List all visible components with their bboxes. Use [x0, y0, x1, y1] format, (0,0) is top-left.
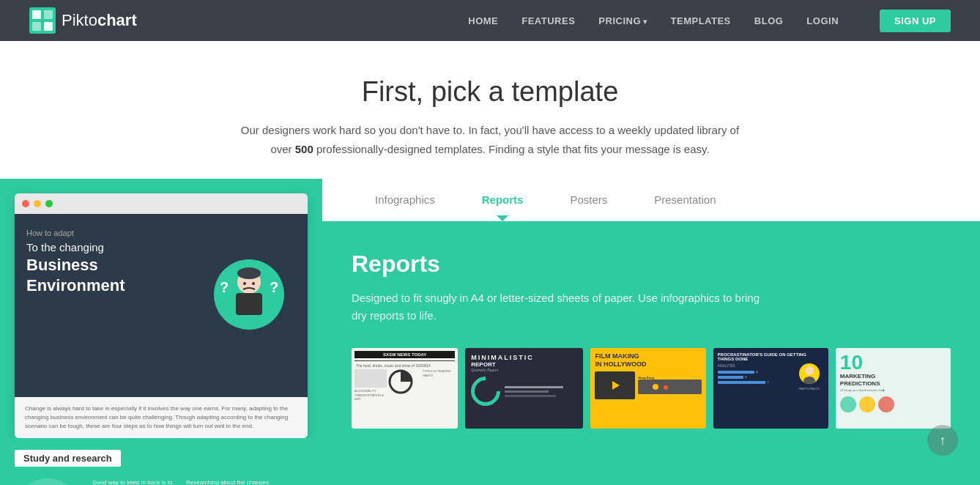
svg-rect-1: [32, 10, 41, 19]
template-filmmaking[interactable]: FILM MAKINGIN HOLLYWOOD Hong Kong: [590, 348, 705, 429]
nav-features[interactable]: FEATURES: [521, 15, 575, 26]
navigation: Piktochart HOME FEATURES PRICING▾ TEMPLA…: [0, 0, 980, 41]
logo-icon: [29, 7, 56, 34]
template-newspaper[interactable]: SXSW NEWS TODAY The food, drinks, music …: [352, 348, 458, 429]
reports-title: Reports: [352, 251, 951, 278]
main-container: How to adapt To the changing Business En…: [0, 179, 980, 485]
template-analysis[interactable]: PROCRASTINATOR'S GUIDE ON GETTING THINGS…: [713, 348, 828, 429]
minimize-dot: [34, 200, 41, 207]
tab-reports[interactable]: Reports: [459, 179, 547, 221]
nav-login[interactable]: LOGIN: [806, 15, 839, 26]
pricing-arrow-icon: ▾: [643, 18, 647, 26]
nav-blog[interactable]: BLOG: [754, 15, 784, 26]
svg-point-20: [803, 377, 815, 384]
tab-infographics[interactable]: Infographics: [352, 179, 459, 221]
svg-rect-2: [44, 10, 53, 19]
svg-point-19: [805, 366, 814, 375]
reports-description: Designed to fit snugly in A4 or letter-s…: [352, 289, 762, 325]
svg-rect-8: [236, 293, 262, 315]
hero-description: Our designers work hard so you don't hav…: [234, 121, 746, 158]
svg-point-7: [237, 267, 261, 279]
nav-pricing[interactable]: PRICING▾: [598, 15, 647, 26]
svg-point-11: [243, 282, 246, 285]
template-minimalistic[interactable]: MINIMALISTIC REPORT Quarterly Report: [465, 348, 583, 429]
svg-text:?: ?: [220, 279, 229, 295]
nav-links: HOME FEATURES PRICING▾ TEMPLATES BLOG LO…: [468, 14, 951, 27]
hero-section: First, pick a template Our designers wor…: [0, 41, 980, 179]
svg-marker-18: [612, 381, 620, 390]
logo-text: Piktochart: [62, 11, 137, 30]
newspaper-header: SXSW NEWS TODAY: [354, 351, 455, 358]
template-marketing[interactable]: 10 MARKETINGPREDICTIONS 10 things you sh…: [836, 348, 951, 429]
browser-window: How to adapt To the changing Business En…: [15, 193, 308, 438]
close-dot: [22, 200, 29, 207]
svg-text:?: ?: [270, 279, 278, 295]
templates-row: SXSW NEWS TODAY The food, drinks, music …: [352, 348, 951, 429]
study-grid: Good way to keep in track is to study ab…: [15, 478, 308, 485]
infographic-figure: ? ?: [190, 214, 308, 397]
signup-button[interactable]: SIGN UP: [880, 10, 951, 32]
infographic-body-text: Change is always hard to take in especia…: [15, 397, 308, 438]
browser-bar: [15, 193, 308, 214]
svg-point-12: [252, 282, 255, 285]
infographic-preview: How to adapt To the changing Business En…: [15, 214, 308, 397]
nav-home[interactable]: HOME: [468, 15, 498, 26]
maximize-dot: [45, 200, 53, 207]
logo[interactable]: Piktochart: [29, 7, 137, 34]
reports-content: Reports Designed to fit snugly in A4 or …: [322, 221, 980, 485]
nav-templates[interactable]: TEMPLATES: [671, 15, 731, 26]
hero-title: First, pick a template: [15, 76, 965, 108]
tab-presentation[interactable]: Presentation: [631, 179, 739, 221]
study-label: Study and research: [15, 450, 121, 467]
tab-posters[interactable]: Posters: [546, 179, 631, 221]
study-section: Study and research Good way to keep in t…: [0, 438, 322, 485]
scroll-to-top-button[interactable]: ↑: [927, 425, 958, 456]
study-item-1: [15, 478, 81, 485]
right-panel: Infographics Reports Posters Presentatio…: [322, 179, 980, 485]
tabs-bar: Infographics Reports Posters Presentatio…: [322, 179, 980, 221]
svg-rect-4: [44, 22, 53, 31]
preview-panel: How to adapt To the changing Business En…: [0, 179, 322, 485]
infographic-text: How to adapt To the changing Business En…: [15, 214, 190, 397]
person-figure: ? ?: [205, 254, 293, 357]
svg-rect-3: [32, 22, 41, 31]
study-items-text: Good way to keep in track is to study ab…: [92, 478, 274, 485]
